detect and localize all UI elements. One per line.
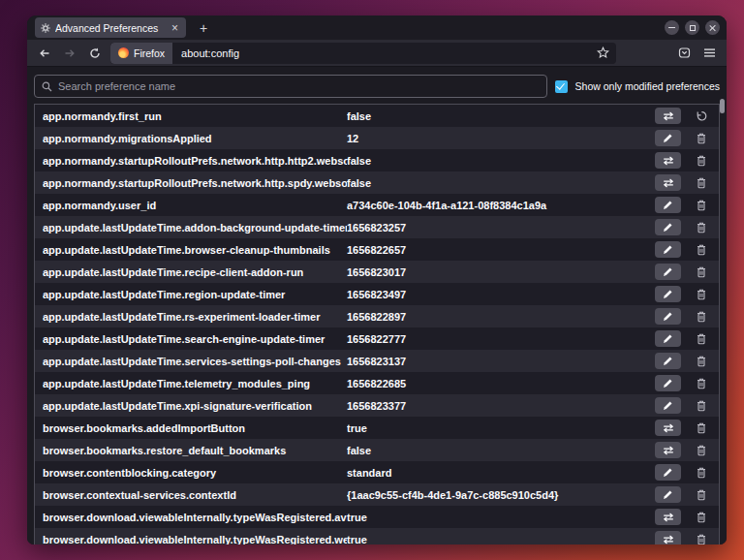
search-box[interactable] <box>34 75 547 98</box>
delete-button[interactable] <box>688 397 714 414</box>
reload-icon <box>89 47 101 59</box>
pref-name: app.normandy.startupRolloutPrefs.network… <box>43 177 347 189</box>
delete-button[interactable] <box>688 486 714 503</box>
delete-button[interactable] <box>688 130 714 146</box>
pref-row[interactable]: app.update.lastUpdateTime.addon-backgrou… <box>35 216 719 238</box>
pref-row[interactable]: app.normandy.first_run false <box>35 105 719 127</box>
pref-name: browser.contextual-services.contextId <box>43 489 347 501</box>
edit-button[interactable] <box>655 241 681 258</box>
toggle-button[interactable] <box>655 509 681 525</box>
toggle-button[interactable] <box>655 174 681 191</box>
edit-button[interactable] <box>655 397 681 414</box>
edit-button[interactable] <box>655 486 681 503</box>
pref-actions <box>655 353 714 369</box>
delete-button[interactable] <box>688 264 714 280</box>
pref-row[interactable]: app.normandy.user_id a734c60e-104b-4f1a-… <box>35 194 719 216</box>
toggle-button[interactable] <box>655 442 681 458</box>
delete-button[interactable] <box>688 531 714 544</box>
back-button[interactable] <box>35 44 54 63</box>
pref-row[interactable]: browser.contentblocking.category standar… <box>35 461 719 483</box>
pref-row[interactable]: browser.download.viewableInternally.type… <box>35 506 719 528</box>
pref-name: app.normandy.user_id <box>43 200 347 211</box>
edit-button[interactable] <box>655 264 681 280</box>
pocket-button[interactable] <box>674 44 694 63</box>
pref-row[interactable]: app.update.lastUpdateTime.telemetry_modu… <box>35 372 719 394</box>
pref-value: 12 <box>347 133 655 144</box>
reset-button[interactable] <box>688 108 714 124</box>
pref-name: browser.bookmarks.restore_default_bookma… <box>43 445 347 456</box>
delete-button[interactable] <box>688 420 714 436</box>
toggle-button[interactable] <box>655 420 681 436</box>
pref-row[interactable]: browser.contextual-services.contextId {1… <box>35 483 719 506</box>
delete-button[interactable] <box>688 241 714 258</box>
pref-value: false <box>347 155 655 167</box>
delete-button[interactable] <box>688 308 714 325</box>
show-modified-checkbox[interactable] <box>555 80 568 93</box>
identity-chip[interactable]: Firefox <box>110 43 172 64</box>
delete-button[interactable] <box>688 375 714 391</box>
edit-icon <box>663 489 673 500</box>
pref-row[interactable]: app.update.lastUpdateTime.xpi-signature-… <box>35 394 719 417</box>
delete-icon <box>697 378 706 389</box>
forward-icon <box>64 47 76 59</box>
delete-button[interactable] <box>688 152 714 169</box>
edit-button[interactable] <box>655 464 681 481</box>
toggle-button[interactable] <box>655 152 681 169</box>
edit-button[interactable] <box>655 375 681 391</box>
pref-row[interactable]: app.normandy.startupRolloutPrefs.network… <box>35 149 719 171</box>
nav-toolbar: Firefox about:config <box>27 40 727 67</box>
prefs-table: app.normandy.first_run false <box>34 104 720 544</box>
edit-button[interactable] <box>655 286 681 302</box>
pref-row[interactable]: app.update.lastUpdateTime.search-engine-… <box>35 327 719 350</box>
reload-button[interactable] <box>85 44 105 63</box>
browser-window: Advanced Preferences × + Firefox <box>27 16 727 544</box>
close-button[interactable] <box>705 20 720 35</box>
delete-button[interactable] <box>688 353 714 369</box>
star-icon <box>597 47 609 59</box>
delete-button[interactable] <box>688 286 714 302</box>
minimize-button[interactable] <box>665 20 679 35</box>
toggle-button[interactable] <box>655 108 681 124</box>
delete-button[interactable] <box>688 330 714 347</box>
maximize-icon <box>690 25 696 31</box>
delete-button[interactable] <box>688 197 714 213</box>
pref-row[interactable]: app.normandy.migrationsApplied 12 <box>35 127 719 149</box>
pref-row[interactable]: app.update.lastUpdateTime.rs-experiment-… <box>35 305 719 327</box>
edit-button[interactable] <box>655 353 681 369</box>
new-tab-button[interactable]: + <box>196 20 211 36</box>
maximize-button[interactable] <box>685 20 699 35</box>
pref-value: false <box>347 445 655 456</box>
delete-icon <box>697 266 706 278</box>
pref-row[interactable]: browser.download.viewableInternally.type… <box>35 528 719 544</box>
delete-button[interactable] <box>688 509 714 525</box>
edit-button[interactable] <box>655 130 681 146</box>
scrollbar-thumb[interactable] <box>720 99 725 113</box>
pref-row[interactable]: app.update.lastUpdateTime.browser-cleanu… <box>35 238 719 261</box>
edit-button[interactable] <box>655 330 681 347</box>
delete-button[interactable] <box>688 219 714 235</box>
pref-actions <box>655 174 714 191</box>
tab-close-icon[interactable]: × <box>170 22 180 34</box>
toggle-button[interactable] <box>655 531 681 544</box>
pref-row[interactable]: app.update.lastUpdateTime.recipe-client-… <box>35 261 719 283</box>
toggle-icon <box>663 446 674 455</box>
forward-button[interactable] <box>60 44 79 63</box>
pref-row[interactable]: app.update.lastUpdateTime.region-update-… <box>35 283 719 305</box>
delete-button[interactable] <box>688 174 714 191</box>
delete-button[interactable] <box>688 464 714 481</box>
pref-actions <box>655 509 714 525</box>
search-input[interactable] <box>58 80 540 92</box>
pref-row[interactable]: browser.bookmarks.addedImportButton true <box>35 417 719 439</box>
pref-row[interactable]: app.normandy.startupRolloutPrefs.network… <box>35 171 719 194</box>
edit-button[interactable] <box>655 197 681 213</box>
pref-row[interactable]: browser.bookmarks.restore_default_bookma… <box>35 439 719 461</box>
bookmark-star-button[interactable] <box>597 47 609 59</box>
search-icon <box>42 81 52 92</box>
url-bar[interactable]: Firefox about:config <box>110 43 616 64</box>
menu-button[interactable] <box>699 44 719 63</box>
delete-button[interactable] <box>688 442 714 458</box>
edit-button[interactable] <box>655 219 681 235</box>
pref-row[interactable]: app.update.lastUpdateTime.services-setti… <box>35 350 719 372</box>
tab-advanced-preferences[interactable]: Advanced Preferences × <box>35 17 186 38</box>
edit-button[interactable] <box>655 308 681 325</box>
